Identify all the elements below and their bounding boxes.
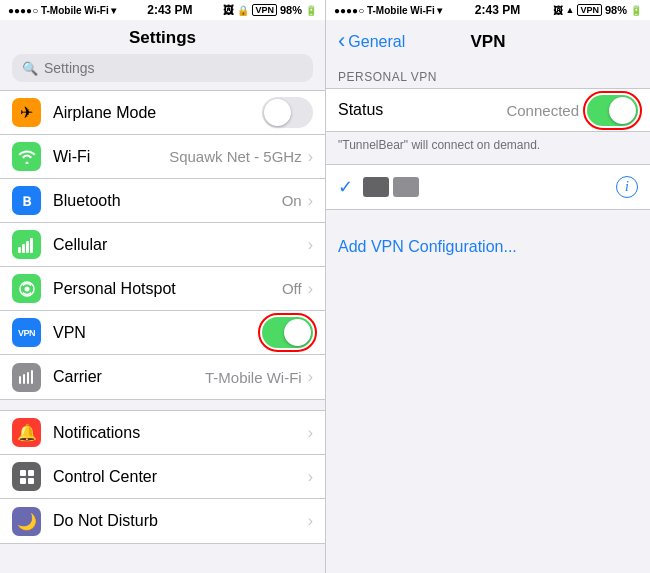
right-status-carrier: ●●●●○ T-Mobile Wi-Fi ▾ [334, 5, 442, 16]
add-vpn-row: Add VPN Configuration... [326, 226, 650, 268]
right-status-right: 🖼 ▲ VPN 98% 🔋 [553, 4, 642, 16]
config-spacer [326, 210, 650, 218]
left-status-bar: ●●●●○ T-Mobile Wi-Fi ▾ 2:43 PM 🖼 🔒 VPN 9… [0, 0, 325, 20]
add-vpn-link[interactable]: Add VPN Configuration... [338, 238, 517, 255]
row-cellular[interactable]: Cellular › [0, 223, 325, 267]
back-button[interactable]: ‹ General [338, 32, 405, 52]
carrier-label: Carrier [53, 368, 205, 386]
right-panel: ●●●●○ T-Mobile Wi-Fi ▾ 2:43 PM 🖼 ▲ VPN 9… [325, 0, 650, 573]
hotspot-icon [12, 274, 41, 303]
airplane-toggle-knob [264, 99, 291, 126]
vpn-config-icon-dark [363, 177, 389, 197]
row-vpn[interactable]: VPN VPN [0, 311, 325, 355]
search-input[interactable] [44, 60, 303, 76]
wifi-chevron: › [308, 148, 313, 166]
cellular-chevron: › [308, 236, 313, 254]
hotspot-chevron: › [308, 280, 313, 298]
svg-rect-0 [18, 247, 21, 253]
screen-icon: 🖼 [223, 4, 234, 16]
svg-rect-8 [31, 370, 33, 384]
airplane-label: Airplane Mode [53, 104, 262, 122]
back-chevron-icon: ‹ [338, 30, 345, 52]
right-battery-text: 98% [605, 4, 627, 16]
bluetooth-value: On [282, 192, 302, 209]
dnd-icon: 🌙 [12, 507, 41, 536]
row-airplane[interactable]: ✈ Airplane Mode [0, 91, 325, 135]
notifications-icon: 🔔 [12, 418, 41, 447]
back-label: General [348, 33, 405, 51]
wifi-icon [12, 142, 41, 171]
bluetooth-chevron: › [308, 192, 313, 210]
row-control-center[interactable]: Control Center › [0, 455, 325, 499]
vpn-status-label: Status [338, 101, 506, 119]
row-dnd[interactable]: 🌙 Do Not Disturb › [0, 499, 325, 543]
control-center-chevron: › [308, 468, 313, 486]
left-header: Settings [0, 20, 325, 54]
check-icon: ✓ [338, 176, 353, 198]
left-status-carrier: ●●●●○ T-Mobile Wi-Fi ▾ [8, 5, 116, 16]
battery-icon: 🔋 [305, 5, 317, 16]
search-icon: 🔍 [22, 61, 38, 76]
right-nav-header: ‹ General VPN [326, 20, 650, 64]
cellular-icon [12, 230, 41, 259]
svg-rect-7 [27, 372, 29, 384]
row-notifications[interactable]: 🔔 Notifications › [0, 411, 325, 455]
search-bar[interactable]: 🔍 [12, 54, 313, 82]
vpn-badge: VPN [252, 4, 277, 16]
row-hotspot[interactable]: Personal Hotspot Off › [0, 267, 325, 311]
notifications-label: Notifications [53, 424, 308, 442]
row-carrier[interactable]: Carrier T-Mobile Wi-Fi › [0, 355, 325, 399]
vpn-icon: VPN [12, 318, 41, 347]
airplane-toggle[interactable] [262, 97, 313, 128]
right-status-bar: ●●●●○ T-Mobile Wi-Fi ▾ 2:43 PM 🖼 ▲ VPN 9… [326, 0, 650, 20]
row-bluetooth[interactable]: ʙ Bluetooth On › [0, 179, 325, 223]
section-spacer [0, 400, 325, 410]
svg-rect-6 [23, 374, 25, 384]
svg-rect-1 [22, 244, 25, 253]
bluetooth-icon: ʙ [12, 186, 41, 215]
left-panel: ●●●●○ T-Mobile Wi-Fi ▾ 2:43 PM 🖼 🔒 VPN 9… [0, 0, 325, 573]
right-screen-icon: 🖼 [553, 5, 563, 16]
notifications-chevron: › [308, 424, 313, 442]
hotspot-label: Personal Hotspot [53, 280, 282, 298]
hotspot-value: Off [282, 280, 302, 297]
vpn-status-toggle-knob [609, 97, 636, 124]
svg-rect-9 [20, 470, 26, 476]
lock-icon: 🔒 [237, 5, 249, 16]
right-battery-icon: 🔋 [630, 5, 642, 16]
vpn-config-list: ✓ i [326, 164, 650, 210]
bluetooth-label: Bluetooth [53, 192, 282, 210]
wifi-label: Wi-Fi [53, 148, 169, 166]
right-lock-icon: ▲ [566, 5, 575, 15]
control-center-icon [12, 462, 41, 491]
airplane-icon: ✈ [12, 98, 41, 127]
carrier-icon [12, 363, 41, 392]
right-vpn-badge: VPN [577, 4, 602, 16]
vpn-config-icon-light [393, 177, 419, 197]
svg-point-4 [24, 286, 29, 291]
left-title: Settings [129, 28, 196, 47]
svg-rect-3 [30, 238, 33, 253]
row-wifi[interactable]: Wi-Fi Squawk Net - 5GHz › [0, 135, 325, 179]
carrier-text: ●●●●○ T-Mobile Wi-Fi ▾ [8, 5, 116, 16]
demand-note: "TunnelBear" will connect on demand. [326, 132, 650, 160]
svg-rect-2 [26, 241, 29, 253]
vpn-toggle[interactable] [262, 317, 313, 348]
svg-rect-5 [19, 376, 21, 384]
vpn-connected-text: Connected [506, 102, 579, 119]
vpn-page-title: VPN [471, 32, 506, 52]
dnd-label: Do Not Disturb [53, 512, 308, 530]
vpn-label: VPN [53, 324, 262, 342]
vpn-config-row-1[interactable]: ✓ i [326, 165, 650, 209]
settings-section-2: 🔔 Notifications › Control Center › 🌙 Do … [0, 410, 325, 544]
vpn-info-button[interactable]: i [616, 176, 638, 198]
vpn-status-toggle[interactable] [587, 95, 638, 126]
personal-vpn-header: PERSONAL VPN [326, 64, 650, 88]
carrier-chevron: › [308, 368, 313, 386]
wifi-value: Squawk Net - 5GHz [169, 148, 302, 165]
right-status-time: 2:43 PM [475, 3, 520, 17]
cellular-label: Cellular [53, 236, 308, 254]
battery-text: 98% [280, 4, 302, 16]
svg-rect-10 [28, 470, 34, 476]
left-status-time: 2:43 PM [147, 3, 192, 17]
